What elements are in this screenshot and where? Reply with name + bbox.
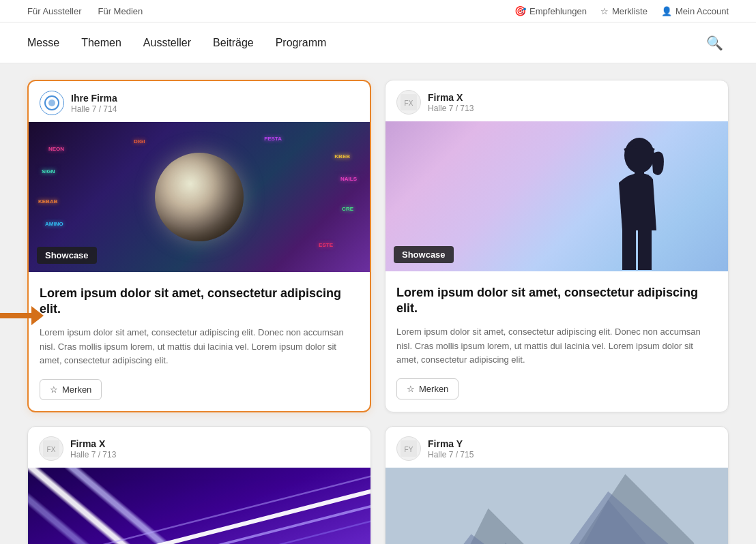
content-area: Ihre Firma Halle 7 / 714 NEON SIGN KEBAB… [0, 63, 756, 544]
card-1-showcase-badge: Showcase [37, 247, 97, 264]
architecture-svg [386, 468, 728, 544]
account-icon: 👤 [661, 6, 672, 16]
card-4-company-name: Firma Y [428, 438, 474, 450]
card-4-header: FY Firma Y Halle 7 / 715 [386, 427, 728, 468]
card-3-company-name: Firma X [70, 438, 116, 450]
card-4-company-hall: Halle 7 / 715 [428, 450, 474, 459]
card-3-image [28, 468, 370, 544]
arrow-indicator [0, 306, 44, 325]
nav-aussteller[interactable]: Aussteller [143, 25, 191, 61]
card-1: Ihre Firma Halle 7 / 714 NEON SIGN KEBAB… [27, 80, 371, 412]
star-icon-2: ☆ [407, 384, 415, 394]
svg-text:FY: FY [405, 446, 413, 453]
card-2-image: Showcase [386, 121, 728, 271]
svg-text:FX: FX [47, 446, 56, 453]
card-2-company-name: Firma X [428, 91, 474, 104]
card-2-company-info: Firma X Halle 7 / 713 [428, 91, 474, 113]
svg-rect-5 [635, 170, 644, 183]
svg-point-1 [48, 100, 55, 106]
company-logo-ihre-firma [40, 91, 64, 115]
svg-line-13 [28, 513, 370, 544]
card-1-body: Lorem ipsum dolor sit amet, consectetur … [29, 272, 370, 411]
card-3: FX Firma X Halle 7 / 713 [27, 426, 371, 544]
card-2-showcase-badge: Showcase [394, 246, 454, 263]
cards-grid: Ihre Firma Halle 7 / 714 NEON SIGN KEBAB… [27, 80, 729, 544]
card-3-company-hall: Halle 7 / 713 [70, 450, 116, 459]
main-nav: Messe Themen Aussteller Beiträge Program… [0, 22, 756, 63]
card-2-body: Lorem ipsum dolor sit amet, consectetur … [386, 271, 728, 410]
star-icon: ☆ [50, 384, 58, 395]
card-4-company-info: Firma Y Halle 7 / 715 [428, 438, 474, 459]
account-link[interactable]: 👤 Mein Account [661, 6, 729, 16]
nav-programm[interactable]: Programm [276, 25, 327, 61]
nav-links: Messe Themen Aussteller Beiträge Program… [27, 25, 326, 61]
company-logo-firma-x2: FX [39, 436, 63, 461]
card-1-image: NEON SIGN KEBAB AMINO KBEB NAILS CRE DIG… [29, 122, 370, 272]
card-3-header: FX Firma X Halle 7 / 713 [28, 427, 370, 468]
merkliste-link[interactable]: ☆ Merkliste [600, 6, 648, 16]
top-bar-left: Für Aussteller Für Medien [27, 6, 143, 16]
arrow-head [31, 306, 44, 325]
svg-text:FX: FX [405, 100, 413, 107]
card-2-company-hall: Halle 7 / 713 [428, 104, 474, 113]
empfehlungen-link[interactable]: 🎯 Empfehlungen [514, 5, 587, 16]
card-4-image [386, 468, 728, 544]
nav-beitraege[interactable]: Beiträge [213, 25, 254, 61]
top-bar-right: 🎯 Empfehlungen ☆ Merkliste 👤 Mein Accoun… [514, 5, 729, 16]
card-4: FY Firma Y Halle 7 / 715 [385, 426, 729, 544]
card-3-company-info: Firma X Halle 7 / 713 [70, 438, 116, 459]
fuer-aussteller-link[interactable]: Für Aussteller [27, 6, 81, 16]
card-2-title: Lorem ipsum dolor sit amet, consectetur … [396, 285, 717, 317]
card-2-description: Lorem ipsum dolor sit amet, consectetur … [396, 325, 717, 367]
silhouette-svg [592, 135, 673, 271]
nav-messe[interactable]: Messe [27, 25, 59, 61]
top-bar: Für Aussteller Für Medien 🎯 Empfehlungen… [0, 0, 756, 22]
purple-lines-svg [28, 468, 370, 544]
card-1-company-info: Ihre Firma Halle 7 / 714 [71, 92, 117, 114]
arrow-shaft [0, 313, 31, 318]
card-2-header: FX Firma X Halle 7 / 713 [386, 80, 728, 121]
empfehlungen-icon: 🎯 [514, 5, 526, 16]
company-logo-firma-y: FY [396, 436, 421, 461]
search-button[interactable]: 🔍 [701, 29, 729, 57]
star-outline-icon: ☆ [600, 6, 609, 16]
card-2: FX Firma X Halle 7 / 713 [385, 80, 729, 412]
card-2-merken-button[interactable]: ☆ Merken [396, 378, 459, 399]
card-1-merken-button[interactable]: ☆ Merken [40, 379, 102, 400]
search-icon: 🔍 [706, 35, 723, 50]
company-logo-firma-x: FX [396, 90, 421, 115]
fuer-medien-link[interactable]: Für Medien [98, 6, 143, 16]
card-1-title: Lorem ipsum dolor sit amet, consectetur … [40, 286, 359, 318]
card-1-description: Lorem ipsum dolor sit amet, consectetur … [40, 326, 359, 368]
card-1-company-hall: Halle 7 / 714 [71, 104, 117, 114]
svg-rect-7 [638, 229, 652, 270]
card-1-company-name: Ihre Firma [71, 92, 117, 104]
card-1-header: Ihre Firma Halle 7 / 714 [29, 81, 370, 122]
svg-point-4 [624, 138, 654, 173]
svg-rect-6 [622, 229, 636, 270]
nav-themen[interactable]: Themen [81, 25, 121, 61]
